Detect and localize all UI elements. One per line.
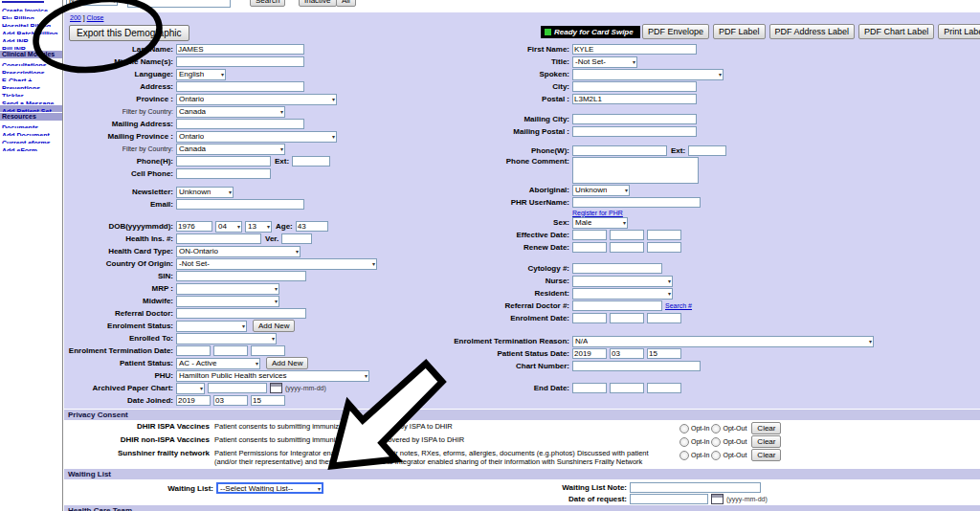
dob-yyyymmdd-4-input[interactable] [296,221,328,232]
aboriginal-select[interactable]: Unknown▾ [572,185,630,196]
newsletter-select[interactable]: Unknown▾ [176,187,234,198]
enrolment-termination-date-1-input[interactable] [213,345,248,356]
province-select[interactable]: Ontario▾ [176,94,337,105]
sidebar-item-add-batch-billing[interactable]: Add Batch Billing [0,28,62,34]
mailing-address-input[interactable] [176,119,304,129]
end-date-1-input[interactable] [610,383,644,393]
pdf-chart-label-button[interactable]: PDF Chart Label [858,24,934,39]
search-button[interactable]: Search [250,0,285,7]
date-joined-2-input[interactable] [251,395,285,406]
sidebar-link-add-eform[interactable]: Add eForm [2,147,37,151]
sidebar-item-flu-billing[interactable]: Flu Billing [0,12,62,19]
renew-date-input[interactable] [572,242,607,253]
sidebar-item-preventions[interactable]: Preventions [0,82,62,89]
address-input[interactable] [176,81,304,92]
mrp-select[interactable]: ▾ [176,283,279,295]
enrolment-termination-date-2-input[interactable] [251,345,285,356]
optout-radio[interactable] [711,424,721,433]
clear-button[interactable]: Clear [751,449,781,461]
dob-yyyymmdd-1-select[interactable]: 04▾ [215,221,242,233]
sidebar-link-tickler[interactable]: Tickler [2,93,23,97]
effective-date-1-input[interactable] [610,230,644,240]
sidebar-item-prescriptions[interactable]: Prescriptions [0,67,62,74]
cytology-input[interactable] [572,263,662,274]
sidebar-link-consultations[interactable]: Consultations [2,62,47,66]
end-date-2-input[interactable] [647,383,681,393]
pdf-label-button[interactable]: PDF Label [713,24,766,39]
calendar-icon[interactable] [270,383,282,393]
resident-select[interactable]: ▾ [572,288,673,300]
sidebar-link-preventions[interactable]: Preventions [2,85,40,89]
pdf-address-label-button[interactable]: PDF Address Label [769,24,856,39]
nurse-select[interactable]: ▾ [572,276,673,287]
language-select[interactable]: English▾ [176,69,226,80]
archived-paper-chart-select[interactable]: ▾ [176,383,205,394]
sidebar-link-prescriptions[interactable]: Prescriptions [2,70,45,74]
last-name-input[interactable] [176,44,304,55]
search-link[interactable]: Search # [665,302,692,309]
phone-w-input[interactable] [572,145,667,156]
sidebar-item-create-invoice[interactable]: Create Invoice [0,5,62,11]
sidebar-item-partial[interactable] [2,1,44,3]
sidebar-link-bill-inr[interactable]: Bill INR [2,46,26,50]
add-new-button[interactable]: Add New [266,357,308,369]
sidebar-link-add-document[interactable]: Add Document [2,132,50,136]
sidebar-item-add-patient-set[interactable]: Add Patient Set [0,105,62,112]
optout-radio[interactable] [711,437,721,447]
renew-date-2-input[interactable] [647,242,681,253]
phone-comment-textarea[interactable] [572,157,699,184]
sidebar-item-e-chart[interactable]: E-Chart + [0,75,62,81]
sidebar-item-add-inr[interactable]: Add INR [0,35,62,42]
optin-radio[interactable] [679,451,689,460]
renew-date-1-input[interactable] [610,242,644,253]
end-date-input[interactable] [572,383,607,393]
enrolment-termination-date-input[interactable] [176,345,211,356]
effective-date-input[interactable] [572,230,607,240]
dob-yyyymmdd-input[interactable] [176,221,212,232]
title-select[interactable]: -Not Set-▾ [572,56,637,68]
all-button[interactable]: All [336,0,356,7]
sidebar-link-send-a-message[interactable]: Send a Message [2,100,54,104]
effective-date-2-input[interactable] [647,230,681,240]
inactive-button[interactable]: Inactive [299,0,337,7]
filter-by-country-select[interactable]: Canada▾ [176,144,285,155]
phone-h-input[interactable] [176,156,271,167]
email-input[interactable] [176,199,304,210]
patient-status-select[interactable]: AC - Active▾ [176,358,260,369]
archived-paper-chart-1-input[interactable] [208,383,267,393]
enrolment-date-input[interactable] [572,313,607,323]
country-of-origin-select[interactable]: -Not Set-▾ [176,258,377,270]
demographic-number-link[interactable]: 200 [70,14,81,21]
patient-status-date-1-input[interactable] [610,348,644,359]
health-card-type-select[interactable]: ON-Ontario▾ [176,246,301,257]
search-input[interactable] [127,0,231,8]
search-field-select[interactable]: Name ▾ [66,0,118,6]
phone-w-2-input[interactable] [688,145,726,156]
sidebar-item-documents[interactable]: Documents [0,122,62,128]
sidebar-link-current-eforms[interactable]: Current eforms [2,140,51,144]
referral-doctor-input[interactable] [176,308,306,319]
patient-status-date-input[interactable] [572,348,607,359]
sidebar-item-bill-inr[interactable]: Bill INR [0,43,62,50]
enrolment-date-1-input[interactable] [610,313,644,323]
date-joined-input[interactable] [176,395,211,406]
sidebar-link-hospital-billing[interactable]: Hospital Billing [2,23,51,27]
close-link[interactable]: Close [87,14,104,21]
calendar-icon[interactable] [711,494,724,504]
sidebar-item-add-eform[interactable]: Add eForm [0,144,62,151]
city-input[interactable] [572,81,697,92]
filter-by-country-select[interactable]: Canada▾ [176,106,285,118]
register-for-phr-link[interactable]: Register for PHR [572,210,623,216]
phu-select[interactable]: Hamilton Public Health services▾ [176,370,369,382]
optout-radio[interactable] [711,451,721,460]
sidebar-link-add-patient-set[interactable]: Add Patient Set [2,108,52,112]
add-new-button[interactable]: Add New [253,320,295,332]
sidebar-item-current-eforms[interactable]: Current eforms [0,137,62,144]
mailing-postal-input[interactable] [572,126,697,137]
sidebar-item-send-a-message[interactable]: Send a Message [0,98,62,104]
middle-name-s-input[interactable] [176,56,304,67]
enrolment-termination-reason-select[interactable]: N/A▾ [572,336,874,347]
pdf-envelope-button[interactable]: PDF Envelope [642,24,709,39]
optin-radio[interactable] [679,437,689,447]
clear-button[interactable]: Clear [751,422,781,434]
